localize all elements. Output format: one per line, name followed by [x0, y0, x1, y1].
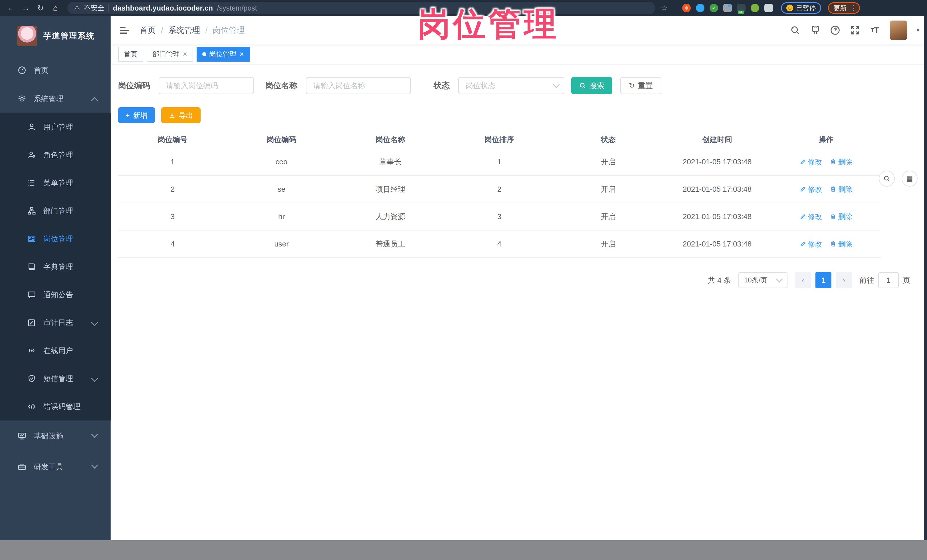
monitor-icon [18, 432, 26, 440]
delete-link[interactable]: 删除 [830, 212, 852, 222]
sidebar-item-error-codes[interactable]: 错误码管理 [0, 393, 111, 420]
dashboard-icon [18, 66, 26, 74]
help-icon[interactable] [830, 25, 840, 35]
close-icon[interactable]: ✕ [239, 51, 244, 58]
extension-leaf-icon[interactable] [751, 4, 759, 12]
sidebar-item-audit-log[interactable]: 审计日志 [0, 309, 111, 337]
avatar[interactable] [890, 21, 907, 40]
cell-post-name: 普通员工 [336, 239, 445, 249]
back-icon[interactable]: ← [5, 2, 17, 14]
tab-posts[interactable]: 岗位管理 ✕ [197, 47, 250, 62]
sidebar-item-users[interactable]: 用户管理 [0, 113, 111, 141]
app-header: 首页 / 系统管理 / 岗位管理 [111, 16, 927, 44]
sidebar-item-departments[interactable]: 部门管理 [0, 197, 111, 225]
sidebar-item-online-users[interactable]: 在线用户 [0, 337, 111, 364]
browser-menu-icon[interactable]: ⋮ [851, 4, 857, 12]
reset-button[interactable]: ↻ 重置 [620, 77, 661, 94]
sidebar-item-posts[interactable]: 岗位管理 [0, 225, 111, 253]
post-name-input[interactable] [306, 77, 411, 94]
paused-chip[interactable]: ☺ 已暂停 [781, 2, 821, 14]
page-scrollbar[interactable] [924, 16, 927, 540]
font-size-icon[interactable]: TT [870, 25, 880, 35]
sidebar-item-infrastructure[interactable]: 基础设施 [0, 420, 111, 451]
chevron-down-icon[interactable]: ▾ [917, 27, 919, 33]
code-icon [27, 402, 36, 411]
edit-link[interactable]: 修改 [800, 212, 822, 222]
cell-post-code: se [227, 185, 336, 194]
posts-table: 岗位编号 岗位编码 岗位名称 岗位排序 状态 创建时间 操作 1 ceo 董事长… [118, 131, 880, 258]
search-button[interactable]: 搜索 [571, 77, 612, 94]
extension-sliders-icon[interactable] [723, 4, 732, 12]
sidebar-item-label: 字典管理 [43, 262, 73, 272]
columns-toggle-button[interactable]: ▦ [902, 171, 918, 187]
sidebar-item-label: 通知公告 [43, 290, 73, 300]
extension-drop-icon[interactable] [696, 4, 704, 12]
search-icon [579, 82, 586, 89]
edit-link[interactable]: 修改 [800, 185, 822, 194]
status-label: 状态 [434, 80, 450, 91]
delete-link[interactable]: 删除 [830, 185, 852, 194]
cell-post-sort: 1 [445, 158, 554, 166]
breadcrumb-home[interactable]: 首页 [140, 25, 156, 36]
status-select[interactable] [458, 77, 564, 94]
sidebar-item-system[interactable]: 系统管理 [0, 85, 111, 113]
next-page-button[interactable]: › [836, 272, 852, 288]
extensions-puzzle-icon[interactable] [764, 4, 773, 12]
pencil-icon [800, 159, 806, 165]
logo-row[interactable]: 芋道管理系统 [0, 16, 111, 56]
table-toolbar: + 新增 导出 [118, 107, 918, 123]
sidebar-item-home[interactable]: 首页 [0, 56, 111, 85]
address-bar[interactable]: ⚠ 不安全 dashboard.yudao.iocoder.cn/system/… [67, 2, 655, 14]
sidebar-item-label: 菜单管理 [43, 178, 73, 188]
cell-post-id: 1 [118, 158, 227, 166]
prev-page-button[interactable]: ‹ [795, 272, 811, 288]
sidebar-item-dict[interactable]: 字典管理 [0, 253, 111, 281]
update-label: 更新 [833, 4, 846, 12]
delete-link[interactable]: 删除 [830, 239, 852, 249]
breadcrumb-separator: / [161, 26, 163, 35]
add-button[interactable]: + 新增 [118, 107, 155, 123]
refresh-icon: ↻ [629, 82, 635, 90]
tab-label: 部门管理 [152, 50, 180, 59]
cell-post-sort: 2 [445, 185, 554, 194]
reload-icon[interactable]: ↻ [34, 2, 47, 14]
extension-gif-icon[interactable] [737, 4, 746, 12]
hamburger-icon[interactable] [111, 27, 138, 34]
sidebar-item-sms[interactable]: 短信管理 [0, 364, 111, 393]
bookmark-star-icon[interactable]: ☆ [661, 4, 667, 12]
delete-link[interactable]: 删除 [830, 157, 852, 167]
jump-suffix: 页 [903, 275, 910, 285]
page-size-select[interactable]: 10条/页 [739, 272, 787, 288]
tab-home[interactable]: 首页 [118, 47, 143, 62]
edit-link[interactable]: 修改 [800, 157, 822, 167]
sidebar-item-label: 岗位管理 [43, 234, 73, 244]
browser-update-button[interactable]: 更新 ⋮ [828, 2, 860, 14]
chevron-down-icon [91, 431, 98, 438]
extension-ubuntu-icon[interactable] [682, 4, 691, 12]
breadcrumb-system[interactable]: 系统管理 [168, 25, 200, 36]
cell-post-code: user [227, 240, 336, 249]
fullscreen-icon[interactable] [850, 25, 860, 35]
close-icon[interactable]: ✕ [182, 51, 187, 58]
sidebar-item-label: 部门管理 [43, 206, 73, 216]
page-1-button[interactable]: 1 [815, 272, 831, 288]
github-icon[interactable] [810, 25, 820, 35]
sidebar-item-roles[interactable]: 角色管理 [0, 141, 111, 169]
post-code-input[interactable] [159, 77, 254, 94]
export-button[interactable]: 导出 [161, 107, 201, 123]
sidebar-item-dev-tools[interactable]: 研发工具 [0, 451, 111, 482]
hide-search-button[interactable] [879, 171, 895, 187]
extensions-row: ✓ [682, 4, 773, 12]
sidebar-item-menus[interactable]: 菜单管理 [0, 169, 111, 197]
page-jump-input[interactable] [878, 272, 899, 288]
extension-check-icon[interactable]: ✓ [710, 4, 718, 12]
trash-icon [830, 213, 836, 220]
home-icon[interactable]: ⌂ [49, 2, 62, 14]
sidebar-item-notice[interactable]: 通知公告 [0, 281, 111, 309]
user-icon [27, 123, 36, 131]
edit-link[interactable]: 修改 [800, 239, 822, 249]
forward-icon[interactable]: → [20, 2, 32, 14]
search-icon[interactable] [790, 25, 800, 35]
tab-departments[interactable]: 部门管理 ✕ [147, 47, 193, 62]
reset-button-label: 重置 [638, 81, 653, 91]
